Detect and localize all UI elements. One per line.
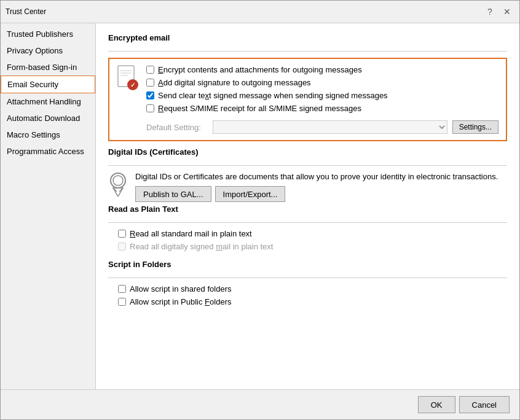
sidebar-item-privacy-options[interactable]: Privacy Options — [1, 42, 95, 59]
close-button[interactable]: ✕ — [500, 4, 514, 19]
content-area: Trusted Publishers Privacy Options Form-… — [1, 23, 519, 389]
read-standard-mail-checkbox[interactable] — [118, 230, 126, 238]
publish-to-gal-button[interactable]: Publish to GAL... — [135, 186, 211, 202]
plain-text-divider — [108, 222, 507, 223]
request-smime-label[interactable]: Request S/MIME receipt for all S/MIME si… — [158, 104, 361, 113]
read-digitally-signed-checkbox[interactable] — [118, 243, 126, 251]
checkbox-row-read-standard: Read all standard mail in plain text — [118, 229, 507, 238]
digital-ids-right: Digital IDs or Certificates are document… — [135, 172, 507, 202]
svg-point-7 — [113, 176, 123, 185]
digital-ids-section: Digital IDs (Certificates) — [108, 147, 507, 202]
add-digital-signature-label[interactable]: Add digital signature to outgoing messag… — [158, 78, 311, 87]
allow-script-shared-checkbox[interactable] — [118, 285, 126, 293]
read-standard-mail-label[interactable]: Read all standard mail in plain text — [130, 229, 252, 238]
digital-ids-description: Digital IDs or Certificates are document… — [135, 172, 507, 181]
main-panel: Encrypted email ✓ — [96, 23, 519, 389]
checkboxes-group: Encrypt contents and attachments for out… — [146, 65, 498, 134]
encrypted-email-header: ✓ Encrypt contents and attachments for o… — [117, 65, 498, 134]
script-divider — [108, 278, 507, 278]
checkbox-row-smime: Request S/MIME receipt for all S/MIME si… — [146, 104, 498, 113]
sidebar-item-programmatic-access[interactable]: Programmatic Access — [1, 143, 95, 160]
certificate-icon: ✓ — [117, 65, 139, 92]
add-digital-signature-checkbox[interactable] — [146, 79, 154, 87]
sidebar-item-form-based-sign-in[interactable]: Form-based Sign-in — [1, 59, 95, 76]
checkbox-row-send-clear: Send clear text signed message when send… — [146, 91, 498, 100]
titlebar: Trust Center ? ✕ — [1, 1, 519, 23]
encrypted-email-divider — [108, 51, 507, 52]
sidebar-item-macro-settings[interactable]: Macro Settings — [1, 126, 95, 143]
help-button[interactable]: ? — [483, 4, 497, 19]
titlebar-left: Trust Center — [6, 7, 46, 16]
default-setting-row: Default Setting: Settings... — [146, 120, 498, 134]
send-clear-text-label[interactable]: Send clear text signed message when send… — [158, 91, 388, 100]
allow-script-public-checkbox[interactable] — [118, 298, 126, 306]
plain-text-title: Read as Plain Text — [108, 204, 507, 214]
request-smime-checkbox[interactable] — [146, 104, 154, 112]
digital-ids-divider — [108, 165, 507, 166]
default-setting-select[interactable] — [213, 120, 447, 134]
settings-button[interactable]: Settings... — [452, 120, 498, 134]
ok-button[interactable]: OK — [418, 396, 455, 413]
ribbon-icon — [108, 172, 128, 196]
titlebar-controls: ? ✕ — [483, 4, 514, 19]
encrypt-contents-checkbox[interactable] — [146, 66, 154, 74]
allow-script-shared-label[interactable]: Allow script in shared folders — [130, 284, 231, 294]
checkbox-row-allow-shared: Allow script in shared folders — [118, 284, 507, 294]
digital-ids-title: Digital IDs (Certificates) — [108, 147, 507, 157]
dialog-title: Trust Center — [6, 7, 46, 16]
trust-center-dialog: Trust Center ? ✕ Trusted Publishers Priv… — [0, 0, 520, 420]
digital-ids-buttons: Publish to GAL... Import/Export... — [135, 186, 507, 202]
cancel-button[interactable]: Cancel — [459, 396, 510, 413]
sidebar-item-automatic-download[interactable]: Automatic Download — [1, 110, 95, 126]
sidebar: Trusted Publishers Privacy Options Form-… — [1, 23, 96, 389]
dialog-footer: OK Cancel — [1, 389, 519, 419]
digital-ids-content: Digital IDs or Certificates are document… — [108, 172, 507, 202]
checkbox-row-allow-public: Allow script in Public Folders — [118, 297, 507, 306]
script-section: Script in Folders Allow script in shared… — [108, 260, 507, 306]
default-setting-label: Default Setting: — [146, 123, 208, 132]
sidebar-item-email-security[interactable]: Email Security — [1, 76, 95, 93]
encrypted-email-box: ✓ Encrypt contents and attachments for o… — [108, 58, 507, 141]
import-export-button[interactable]: Import/Export... — [215, 186, 286, 202]
send-clear-text-checkbox[interactable] — [146, 91, 154, 99]
allow-script-public-label[interactable]: Allow script in Public Folders — [130, 297, 231, 306]
plain-text-section: Read as Plain Text Read all standard mai… — [108, 204, 507, 251]
svg-text:✓: ✓ — [130, 82, 135, 88]
script-title: Script in Folders — [108, 260, 507, 269]
encrypt-contents-label[interactable]: Encrypt contents and attachments for out… — [158, 65, 362, 74]
sidebar-item-trusted-publishers[interactable]: Trusted Publishers — [1, 26, 95, 42]
sidebar-item-attachment-handling[interactable]: Attachment Handling — [1, 93, 95, 110]
read-digitally-signed-label: Read all digitally signed mail in plain … — [130, 242, 273, 251]
encrypted-email-title: Encrypted email — [108, 33, 507, 42]
checkbox-row-digital-sig: Add digital signature to outgoing messag… — [146, 78, 498, 87]
checkbox-row-encrypt: Encrypt contents and attachments for out… — [146, 65, 498, 74]
checkbox-row-read-digitally-signed: Read all digitally signed mail in plain … — [118, 242, 507, 251]
